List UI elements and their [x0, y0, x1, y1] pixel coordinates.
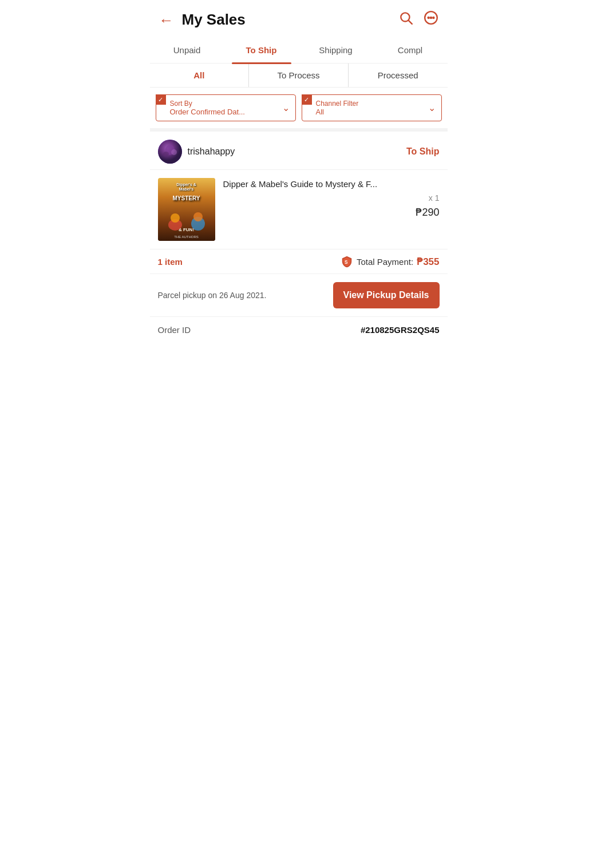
sub-tab-all[interactable]: All: [150, 64, 250, 87]
header: ← My Sales: [150, 0, 448, 37]
product-price: ₱290: [223, 206, 440, 219]
chat-icon[interactable]: [424, 10, 438, 29]
product-name: Dipper & Mabel's Guide to Mystery & F...: [223, 178, 440, 190]
svg-point-12: [171, 213, 180, 223]
avatar-inner: [158, 140, 182, 164]
tab-to-ship[interactable]: To Ship: [224, 37, 299, 63]
order-id-value: #210825GRS2QS45: [361, 325, 440, 335]
back-icon[interactable]: ←: [159, 13, 174, 27]
svg-point-13: [193, 212, 203, 221]
sort-value: Order Confirmed Dat...: [170, 108, 282, 116]
channel-value: All: [316, 108, 428, 116]
total-label: Total Payment:: [357, 257, 413, 267]
order-id-label: Order ID: [158, 325, 191, 335]
product-row: Dipper's &Mabel's MYSTERY & FUN! THE AUT…: [150, 170, 448, 249]
total-amount: ₱355: [417, 256, 439, 268]
svg-text:S: S: [345, 260, 348, 265]
book-cover-art: Dipper's &Mabel's MYSTERY & FUN! THE AUT…: [158, 178, 215, 241]
channel-label: Channel Filter: [316, 100, 428, 108]
sort-chevron-icon: ⌄: [282, 102, 290, 113]
channel-filter-text: Channel Filter All: [308, 100, 428, 116]
page-title: My Sales: [182, 11, 246, 29]
pickup-row: Parcel pickup on 26 Aug 2021. View Picku…: [150, 274, 448, 316]
order-header: trishahappy To Ship: [150, 132, 448, 170]
sort-filter-text: Sort By Order Confirmed Dat...: [162, 100, 282, 116]
item-count: 1 item: [158, 257, 183, 267]
item-label: item: [165, 257, 183, 267]
product-image: Dipper's &Mabel's MYSTERY & FUN! THE AUT…: [158, 178, 215, 241]
sort-filter-button[interactable]: Sort By Order Confirmed Dat... ⌄: [156, 94, 296, 121]
product-info: Dipper & Mabel's Guide to Mystery & F...…: [223, 178, 440, 219]
sub-tabs: All To Process Processed: [150, 64, 448, 88]
product-qty: x 1: [223, 193, 440, 203]
seller-info: trishahappy: [158, 140, 235, 164]
filter-row: Sort By Order Confirmed Dat... ⌄ Channel…: [150, 88, 448, 132]
view-pickup-details-button[interactable]: View Pickup Details: [333, 282, 440, 308]
sub-tab-to-process[interactable]: To Process: [249, 64, 349, 87]
svg-point-5: [433, 17, 434, 18]
item-count-number: 1: [158, 257, 163, 267]
svg-line-1: [408, 21, 412, 24]
sub-tab-processed[interactable]: Processed: [349, 64, 448, 87]
shield-icon: S: [341, 255, 353, 268]
tab-unpaid[interactable]: Unpaid: [150, 37, 224, 63]
svg-point-9: [171, 149, 177, 155]
svg-point-4: [430, 17, 431, 18]
pickup-text: Parcel pickup on 26 Aug 2021.: [158, 291, 325, 300]
channel-chevron-icon: ⌄: [428, 102, 436, 113]
order-id-row: Order ID #210825GRS2QS45: [150, 316, 448, 343]
sort-label: Sort By: [170, 100, 282, 108]
search-icon[interactable]: [398, 10, 413, 29]
header-icons: [398, 10, 438, 29]
order-summary: 1 item S Total Payment: ₱355: [150, 249, 448, 274]
main-tabs: Unpaid To Ship Shipping Compl: [150, 37, 448, 64]
header-left: ← My Sales: [159, 11, 246, 29]
sort-check-icon: [156, 94, 166, 105]
seller-name: trishahappy: [188, 146, 235, 157]
svg-point-3: [428, 17, 429, 18]
order-card: trishahappy To Ship Dipper's &Mabel's MY…: [150, 132, 448, 343]
channel-check-icon: [302, 94, 312, 105]
avatar: [158, 140, 182, 164]
total-payment: S Total Payment: ₱355: [341, 255, 440, 268]
tab-completed[interactable]: Compl: [373, 37, 448, 63]
tab-shipping[interactable]: Shipping: [299, 37, 373, 63]
svg-point-8: [163, 152, 169, 156]
channel-filter-button[interactable]: Channel Filter All ⌄: [302, 94, 442, 121]
order-status: To Ship: [406, 146, 439, 157]
